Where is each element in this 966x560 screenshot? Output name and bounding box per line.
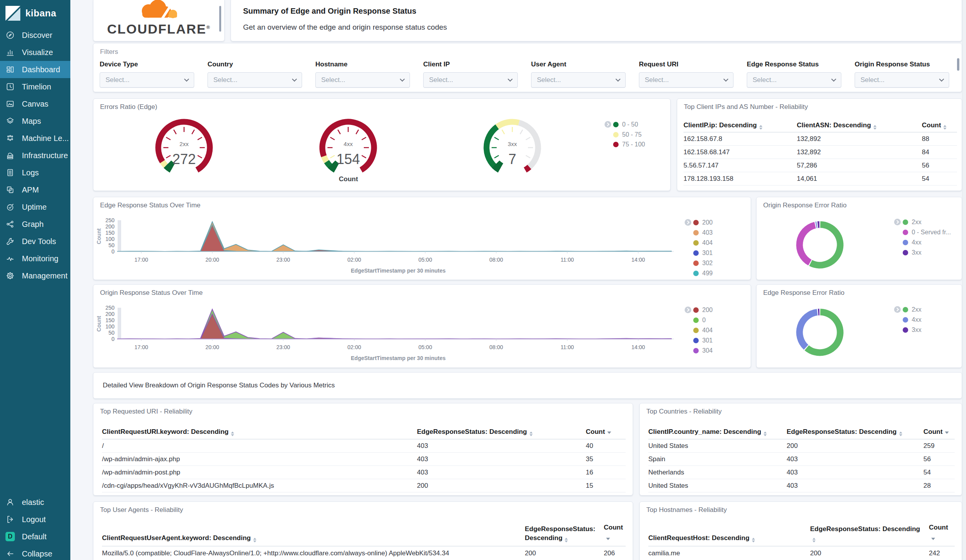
cloudflare-logo-panel: CLOUDFLARE®	[93, 0, 225, 41]
sidebar-item-ml[interactable]: Machine Le...	[0, 130, 70, 147]
legend-item[interactable]: 200	[693, 306, 713, 314]
legend-item[interactable]: 2xx	[903, 218, 921, 226]
legend-expand-icon[interactable]	[894, 306, 901, 313]
filter-select-device-type[interactable]: Select...	[100, 72, 194, 88]
legend-item[interactable]: 404	[693, 326, 713, 334]
legend-color-dot	[693, 338, 699, 343]
x-axis-tick: 20:00	[200, 257, 224, 263]
sort-icon	[764, 432, 767, 436]
column-header[interactable]: EdgeResponseStatus: Descending	[810, 525, 929, 546]
legend-item[interactable]: 4xx	[903, 316, 921, 324]
column-header[interactable]: EdgeResponseStatus: Descending	[787, 428, 923, 437]
sidebar-item-maps[interactable]: Maps	[0, 112, 70, 130]
legend-expand-icon[interactable]	[894, 219, 901, 225]
legend-color-dot	[613, 142, 619, 147]
kibana-home-link[interactable]: kibana	[0, 3, 70, 23]
legend-item[interactable]: 403	[693, 229, 713, 237]
sort-icon	[943, 125, 946, 130]
table-row: United States40328	[648, 479, 955, 492]
filter-select-client-ip[interactable]: Select...	[423, 72, 518, 88]
top-client-ips-panel: Top Client IPs and AS Number - Reliabili…	[677, 98, 962, 191]
table-cell: 5.56.57.147	[683, 162, 797, 169]
legend-item[interactable]: 301	[693, 337, 713, 344]
column-header[interactable]: Count	[922, 121, 957, 130]
panel-scrollbar-thumb[interactable]	[219, 6, 221, 32]
column-header[interactable]: EdgeResponseStatus: Descending	[525, 525, 604, 546]
column-header[interactable]: ClientIP.ip: Descending	[683, 121, 797, 130]
column-header[interactable]: EdgeResponseStatus: Descending	[417, 428, 586, 437]
legend-item[interactable]: 2xx	[903, 306, 921, 314]
sidebar-item-infrastructure[interactable]: Infrastructure	[0, 147, 70, 164]
filter-select-hostname[interactable]: Select...	[315, 72, 410, 88]
sidebar-footer-default[interactable]: DDefault	[0, 528, 70, 545]
top_hostnames-table: ClientRequestHost: DescendingEdgeRespons…	[648, 521, 955, 560]
dashboard-icon	[6, 65, 14, 74]
sidebar-item-monitoring[interactable]: Monitoring	[0, 250, 70, 267]
column-header[interactable]: Count	[929, 523, 955, 546]
legend-item[interactable]: 0 - 50	[613, 121, 638, 128]
sidebar-item-management[interactable]: Management	[0, 267, 70, 284]
column-header[interactable]: ClientIP.country_name: Descending	[648, 428, 787, 437]
legend-color-dot	[693, 250, 699, 256]
column-header[interactable]: ClientRequestURI.keyword: Descending	[102, 428, 417, 437]
sort-icon	[752, 538, 755, 542]
legend-expand-icon[interactable]	[685, 219, 691, 226]
legend-item[interactable]: 3xx	[903, 249, 921, 257]
legend-item[interactable]: 404	[693, 239, 713, 247]
table-cell: camilia.me	[648, 549, 810, 557]
legend-item[interactable]: 304	[693, 347, 713, 355]
table-cell: 57,286	[797, 162, 922, 169]
sidebar-item-canvas[interactable]: Canvas	[0, 95, 70, 112]
sidebar-footer-collapse[interactable]: Collapse	[0, 545, 70, 560]
sidebar-item-logs[interactable]: Logs	[0, 164, 70, 181]
legend-item[interactable]: 200	[693, 219, 713, 226]
sidebar-item-uptime[interactable]: Uptime	[0, 198, 70, 216]
origin-error-ratio-panel: Origin Response Error Ratio 2xx0 - Serve…	[756, 197, 962, 280]
sidebar-footer-elastic[interactable]: elastic	[0, 494, 70, 511]
page-scrollbar[interactable]	[962, 0, 966, 560]
top-hostnames-panel: Top Hostnames - Reliability ClientReques…	[639, 501, 962, 560]
edge-response-over-time-panel: Edge Response Status Over Time 050100150…	[93, 197, 751, 280]
sidebar-item-devtools[interactable]: Dev Tools	[0, 233, 70, 250]
filter-select-country[interactable]: Select...	[208, 72, 302, 88]
sidebar-item-discover[interactable]: Discover	[0, 27, 70, 44]
legend-item[interactable]: 0	[693, 316, 706, 324]
legend-item[interactable]: 3xx	[903, 326, 921, 334]
column-header[interactable]: ClientASN: Descending	[797, 121, 922, 130]
select-placeholder: Select...	[645, 76, 669, 84]
legend-item[interactable]: 302	[693, 259, 713, 267]
sidebar-item-dashboard[interactable]: Dashboard	[0, 61, 70, 78]
table-cell: 35	[586, 455, 626, 463]
legend-expand-icon[interactable]	[685, 307, 691, 313]
filter-select-origin-response-status[interactable]: Select...	[855, 72, 949, 88]
sidebar-item-timelion[interactable]: Timelion	[0, 78, 70, 95]
filter-select-user-agent[interactable]: Select...	[531, 72, 626, 88]
column-header[interactable]: Count	[586, 428, 626, 437]
filter-select-edge-response-status[interactable]: Select...	[747, 72, 841, 88]
legend-color-dot	[693, 220, 699, 225]
column-header[interactable]: Count	[604, 523, 626, 546]
legend-item[interactable]: 50 - 75	[613, 131, 642, 139]
chevron-down-icon	[400, 77, 405, 82]
legend-item[interactable]: 301	[693, 249, 713, 257]
legend-item[interactable]: 75 - 100	[613, 141, 645, 148]
legend-item[interactable]: 499	[693, 269, 713, 277]
sidebar-item-visualize[interactable]: Visualize	[0, 44, 70, 61]
column-header[interactable]: Count	[923, 428, 955, 437]
select-placeholder: Select...	[321, 76, 345, 84]
legend-expand-icon[interactable]	[605, 121, 611, 128]
legend-item[interactable]: 0 - Served fr...	[903, 228, 951, 236]
table-row: 178.128.193.15814,06154	[683, 172, 957, 185]
sidebar-item-graph[interactable]: Graph	[0, 216, 70, 233]
legend-item[interactable]: 4xx	[903, 239, 921, 246]
legend-label: 3xx	[912, 326, 921, 334]
column-header[interactable]: ClientRequestUserAgent.keyword: Descendi…	[102, 534, 525, 546]
legend-label: 2xx	[912, 219, 921, 226]
table-cell: /wp-admin/admin-post.php	[102, 469, 417, 476]
sidebar-footer-logout[interactable]: Logout	[0, 511, 70, 528]
dashboard-subtitle: Get an overview of the edge and origin r…	[243, 23, 447, 32]
filter-select-request-uri[interactable]: Select...	[639, 72, 733, 88]
sidebar-item-apm[interactable]: APM	[0, 181, 70, 198]
column-header[interactable]: ClientRequestHost: Descending	[648, 534, 810, 546]
filters-scrollbar-thumb[interactable]	[957, 58, 959, 71]
